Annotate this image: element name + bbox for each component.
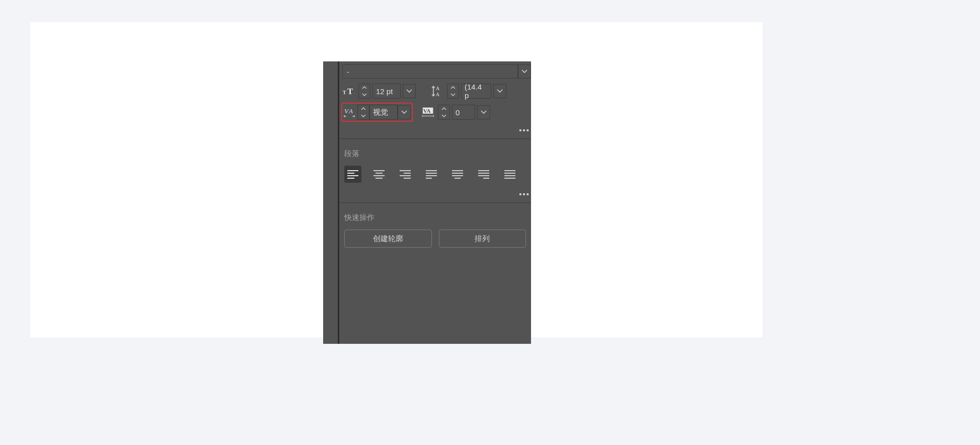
font-family-row: - (339, 61, 531, 82)
justify-center-button[interactable] (449, 166, 466, 183)
svg-text:A: A (436, 86, 440, 91)
justify-center-icon (452, 170, 463, 179)
size-leading-row: T T 12 pt (339, 82, 531, 101)
create-outline-button[interactable]: 创建轮廓 (344, 230, 432, 248)
font-family-dropdown[interactable] (518, 64, 531, 79)
panel-body: - T T 12 pt (339, 61, 531, 344)
align-left-icon (347, 170, 358, 179)
arrange-label: 排列 (475, 234, 490, 244)
chevron-down-icon (406, 89, 412, 93)
leading-value: (14.4 p (465, 83, 488, 100)
tracking-value: 0 (456, 108, 460, 117)
kerning-highlight: V A 视觉 (341, 103, 413, 122)
font-size-stepper[interactable] (358, 84, 370, 99)
align-right-button[interactable] (397, 166, 414, 183)
font-size-icon: T T (342, 84, 356, 98)
svg-text:T: T (343, 90, 346, 95)
leading-field[interactable]: (14.4 p (461, 84, 491, 99)
justify-all-icon (504, 170, 515, 179)
tracking-icon: VA (422, 105, 436, 119)
panel-left-strip (323, 61, 339, 344)
content-card: - T T 12 pt (30, 22, 763, 337)
create-outline-label: 创建轮廓 (373, 234, 403, 244)
kerning-tracking-row: V A 视觉 (339, 101, 531, 124)
chevron-down-icon (497, 89, 503, 93)
arrange-button[interactable]: 排列 (439, 230, 526, 248)
quick-actions-title: 快速操作 (339, 203, 531, 230)
leading-icon: A A (431, 84, 445, 98)
properties-panel: - T T 12 pt (323, 61, 531, 344)
tracking-stepper[interactable] (438, 105, 450, 120)
align-center-button[interactable] (370, 166, 388, 183)
kerning-field[interactable]: 视觉 (369, 105, 398, 120)
more-options-character[interactable]: ••• (339, 124, 531, 138)
justify-left-button[interactable] (423, 166, 440, 183)
chevron-down-icon (481, 110, 487, 114)
svg-text:A: A (348, 107, 353, 115)
leading-dropdown[interactable] (493, 84, 506, 98)
align-center-icon (373, 170, 385, 179)
svg-text:VA: VA (423, 108, 431, 114)
kerning-stepper[interactable] (357, 105, 369, 120)
more-options-paragraph[interactable]: ••• (339, 188, 531, 202)
chevron-down-icon (401, 110, 407, 114)
svg-text:T: T (347, 87, 353, 96)
font-size-value: 12 pt (376, 87, 393, 96)
justify-left-icon (426, 170, 437, 179)
tracking-dropdown[interactable] (477, 105, 490, 119)
svg-text:A: A (436, 92, 440, 97)
align-right-icon (400, 170, 411, 179)
chevron-down-icon (521, 69, 527, 73)
kerning-icon: V A (343, 105, 357, 119)
paragraph-section-title: 段落 (339, 139, 531, 166)
leading-stepper[interactable] (447, 84, 459, 99)
alignment-row (339, 166, 531, 188)
justify-all-button[interactable] (501, 166, 518, 183)
kerning-value: 视觉 (373, 108, 388, 117)
kerning-dropdown[interactable] (398, 105, 411, 119)
font-family-value: - (347, 67, 349, 76)
font-size-dropdown[interactable] (403, 84, 416, 98)
tracking-field[interactable]: 0 (452, 105, 475, 120)
font-family-field[interactable]: - (342, 64, 518, 79)
font-size-field[interactable]: 12 pt (372, 84, 401, 99)
align-left-button[interactable] (344, 166, 361, 183)
justify-right-button[interactable] (475, 166, 492, 183)
justify-right-icon (478, 170, 489, 179)
quick-actions-row: 创建轮廓 排列 (339, 230, 531, 248)
